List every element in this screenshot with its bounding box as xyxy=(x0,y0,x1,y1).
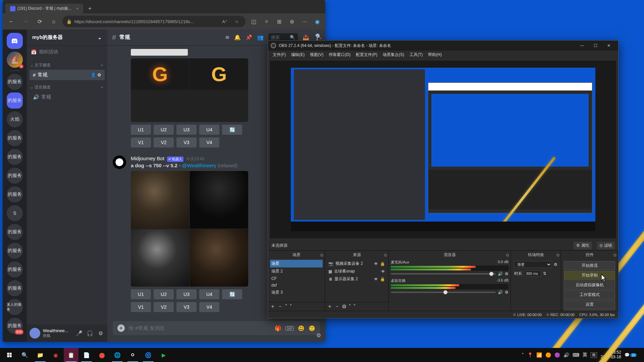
menu-edit[interactable]: 编辑(E) xyxy=(289,51,307,58)
scene-item[interactable]: dxf xyxy=(270,282,323,289)
menu-scene-collection[interactable]: 场景集合(S) xyxy=(381,51,406,58)
source-settings-icon[interactable]: ⚙ xyxy=(342,303,346,310)
start-streaming-button[interactable]: 开始推流 xyxy=(564,261,615,270)
gif-icon[interactable]: GIF xyxy=(285,326,294,330)
bot-avatar[interactable] xyxy=(113,156,126,169)
generated-image-grid[interactable]: G G xyxy=(131,58,248,122)
add-source-icon[interactable]: ＋ xyxy=(327,303,332,310)
menu-view[interactable]: 视图(V) xyxy=(308,51,325,58)
chrome-button[interactable]: ◉ xyxy=(48,348,63,362)
v3-button[interactable]: V3 xyxy=(176,302,197,312)
gear-icon[interactable]: ⚙ xyxy=(505,272,508,276)
maximize-button[interactable]: ☐ xyxy=(589,41,602,51)
source-up-icon[interactable]: ˄ xyxy=(348,303,351,310)
obs-preview[interactable] xyxy=(270,61,616,238)
voice-channel-item[interactable]: 🔊 常规 xyxy=(30,92,105,102)
copilot-icon[interactable]: ◉ xyxy=(313,17,322,26)
ime-mode[interactable]: 简 xyxy=(591,352,597,358)
visibility-icon[interactable]: 👁 xyxy=(374,277,378,282)
guild-item-selected[interactable]: 的服务 xyxy=(7,93,23,109)
media-player-button[interactable]: ▶ xyxy=(156,348,171,362)
scene-item[interactable]: 场景 xyxy=(270,260,323,267)
add-scene-icon[interactable]: ＋ xyxy=(270,303,275,310)
v1-button[interactable]: V1 xyxy=(131,302,151,312)
user-settings-icon[interactable]: ⚙ xyxy=(97,330,105,337)
notifications-icon[interactable]: 🔔 xyxy=(234,34,241,41)
message-input[interactable]: + 给 #常规 发消息 🎁 GIF 😃 🙂 xyxy=(113,321,320,335)
obs-titlebar[interactable]: OBS 27.2.4 (64-bit, windows) - 配置文件: 未命名… xyxy=(268,41,618,51)
close-button[interactable]: ✕ xyxy=(602,41,615,51)
source-item[interactable]: 📷视频采集设备 2👁🔒 xyxy=(327,260,386,267)
server-header[interactable]: myb的服务器 ⌄ xyxy=(27,29,107,46)
generated-image-grid[interactable] xyxy=(131,171,248,287)
transition-select[interactable]: 渐变 xyxy=(514,261,552,268)
address-bar[interactable]: 🔒 https://discord.com/channels/121855328… xyxy=(62,16,246,27)
volume-icon[interactable]: 🔊 xyxy=(564,352,569,358)
add-attachment-icon[interactable]: + xyxy=(117,324,125,332)
dock-popout-icon[interactable]: ⧉ xyxy=(556,253,559,257)
category-voice[interactable]: ⌄ 语音频道 ＋ xyxy=(27,80,107,92)
volume-slider[interactable] xyxy=(391,292,496,293)
ime-lang[interactable]: 英 xyxy=(583,352,587,358)
favorite-icon[interactable]: ☆ xyxy=(232,17,241,26)
read-aloud-icon[interactable]: A⁺ xyxy=(220,17,229,26)
extensions-icon[interactable]: ⊞ xyxy=(274,17,284,26)
app-pink-button[interactable]: 📋 xyxy=(64,348,78,362)
tab-close-icon[interactable]: × xyxy=(76,6,78,11)
add-channel-icon[interactable]: ＋ xyxy=(100,62,104,68)
inbox-icon[interactable]: 📥 xyxy=(303,34,309,41)
edge-button[interactable]: 🌀 xyxy=(141,348,156,362)
guild-item[interactable]: 的服务 xyxy=(7,74,23,90)
guild-item[interactable]: 的服务 xyxy=(7,130,23,146)
menu-icon[interactable]: ⋯ xyxy=(300,17,309,26)
menu-file[interactable]: 文件(F) xyxy=(271,51,288,58)
refresh-button[interactable]: ⟳ xyxy=(34,16,45,27)
guild-item[interactable]: 的服务 xyxy=(7,149,23,165)
dock-popout-icon[interactable]: ⧉ xyxy=(613,253,616,257)
scene-up-icon[interactable]: ˄ xyxy=(285,303,287,310)
guild-item[interactable]: 的服务 xyxy=(7,243,23,259)
keyboard-icon[interactable]: ⌨ xyxy=(573,352,579,358)
guild-item[interactable]: 的服务 xyxy=(7,261,23,278)
properties-button[interactable]: ⚙属性 xyxy=(574,242,592,249)
start-recording-button[interactable]: 开始录制 xyxy=(564,271,615,280)
search-button[interactable]: 🔍 xyxy=(17,348,32,362)
u3-button[interactable]: U3 xyxy=(176,289,197,299)
add-channel-icon[interactable]: ＋ xyxy=(100,84,104,90)
guild-item[interactable]: 的服务 xyxy=(7,186,23,202)
reroll-button[interactable]: 🔄 xyxy=(222,125,242,135)
u2-button[interactable]: U2 xyxy=(154,125,174,135)
app-red-button[interactable]: ⬤ xyxy=(95,348,109,362)
v2-button[interactable]: V2 xyxy=(154,302,174,312)
user-info[interactable]: Wealthinee... 在线 xyxy=(43,328,72,338)
studio-mode-button[interactable]: 工作室模式 xyxy=(564,290,615,299)
visibility-icon[interactable]: 👁 xyxy=(374,261,378,266)
obs-taskbar-button[interactable]: ⭘ xyxy=(125,348,140,362)
spinner-icon[interactable]: ⇅ xyxy=(543,271,546,276)
guild-item[interactable]: 的服务 xyxy=(7,280,23,296)
chrome-button-2[interactable]: 🌐 xyxy=(110,348,125,362)
start-virtualcam-button[interactable]: 启动虚拟摄像机 xyxy=(564,281,615,290)
scene-item[interactable]: 场景 2 xyxy=(270,267,323,275)
guild-item[interactable]: 的服务 xyxy=(7,224,23,240)
threads-icon[interactable]: ≋ xyxy=(225,34,229,41)
sidebar-search-icon[interactable]: 🔍 xyxy=(314,32,323,41)
members-icon[interactable]: 👥 xyxy=(257,34,264,41)
duration-input[interactable] xyxy=(524,270,541,277)
channel-item-general[interactable]: # 常规 👤 ⚙ xyxy=(30,70,105,80)
speaker-icon[interactable]: 🔊 xyxy=(498,272,503,276)
home-button[interactable]: ⌂ xyxy=(48,16,59,27)
settings-button[interactable]: 设置 xyxy=(564,300,615,309)
dock-popout-icon[interactable]: ⧉ xyxy=(320,253,323,257)
reroll-button[interactable]: 🔄 xyxy=(222,289,242,299)
mute-icon[interactable]: 🎤 xyxy=(75,330,83,337)
minimize-button[interactable]: — xyxy=(575,41,589,51)
speaker-icon[interactable]: 🔊 xyxy=(498,290,503,295)
v4-button[interactable]: V4 xyxy=(199,302,219,312)
lock-icon[interactable]: 🔒 xyxy=(380,277,385,282)
guild-current[interactable]: ⛵ 6 xyxy=(7,52,23,68)
gear-icon[interactable]: ⚙ xyxy=(554,262,557,267)
tray-chevron-icon[interactable]: ˄ xyxy=(522,352,524,358)
guild-item[interactable]: 的服务 新的 xyxy=(7,318,23,334)
dock-popout-icon[interactable]: ⧉ xyxy=(384,253,387,257)
